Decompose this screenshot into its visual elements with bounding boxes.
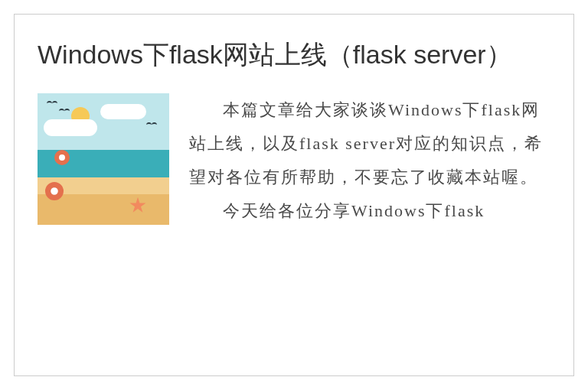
article-content-row: 本篇文章给大家谈谈Windows下flask网站上线，以及flask serve… xyxy=(38,93,550,228)
cloud-icon xyxy=(100,104,146,119)
bird-icon xyxy=(47,101,57,107)
article-card: Windows下flask网站上线（flask server） 本篇文章给大家谈… xyxy=(14,14,574,376)
cloud-icon xyxy=(44,119,97,136)
beach-illustration xyxy=(38,93,169,225)
bird-icon xyxy=(146,122,157,128)
article-body: 本篇文章给大家谈谈Windows下flask网站上线，以及flask serve… xyxy=(189,93,550,228)
bird-icon xyxy=(59,109,70,115)
article-title: Windows下flask网站上线（flask server） xyxy=(38,34,550,75)
article-paragraph: 本篇文章给大家谈谈Windows下flask网站上线，以及flask serve… xyxy=(189,93,550,194)
float-ring-icon xyxy=(45,182,64,200)
article-thumbnail xyxy=(38,93,169,225)
article-paragraph: 今天给各位分享Windows下flask xyxy=(189,194,550,228)
float-ring-icon xyxy=(54,150,70,165)
